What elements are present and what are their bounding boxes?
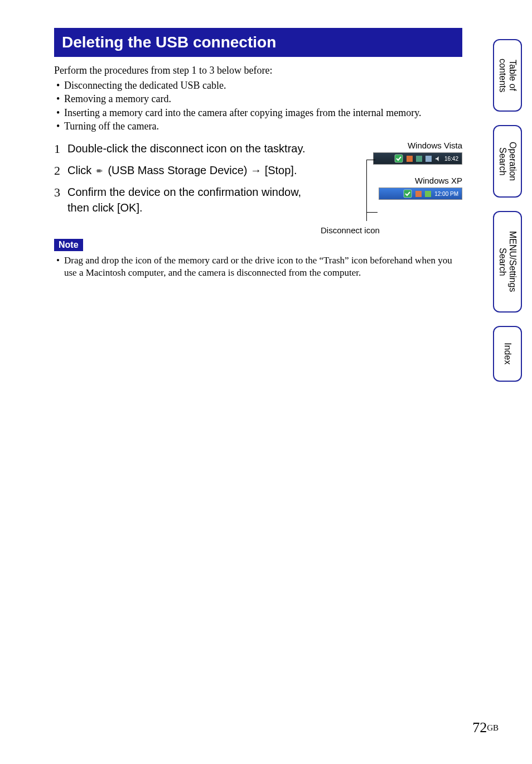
svg-rect-7 [415, 191, 422, 197]
page-title: Deleting the USB connection [54, 28, 462, 57]
tab-table-of-contents[interactable]: Table of contents [493, 39, 522, 112]
xp-label: Windows XP [330, 176, 462, 185]
vista-label: Windows Vista [330, 141, 462, 150]
side-tabs: Table of contents Operation Search MENU/… [493, 39, 522, 382]
tray-icon [416, 156, 422, 162]
tray-icon [425, 191, 431, 197]
step-2: 2 Click (USB Mass Storage Device) → [Sto… [54, 162, 318, 180]
list-item: Drag and drop the icon of the memory car… [54, 254, 462, 279]
tab-label: Operation Search [497, 134, 517, 189]
vista-tasktray: 16:42 [330, 152, 462, 165]
note-badge: Note [54, 239, 83, 251]
page-number: 72 [472, 719, 487, 736]
tab-menu-settings-search[interactable]: MENU/Settings Search [493, 211, 522, 313]
svg-rect-1 [100, 170, 103, 172]
step-3: 3 Confirm the device on the confirmation… [54, 184, 318, 215]
step-number: 3 [54, 184, 67, 215]
note-bullet-list: Drag and drop the icon of the memory car… [54, 254, 462, 279]
svg-rect-8 [425, 191, 431, 197]
list-item: Inserting a memory card into the camera … [54, 106, 462, 119]
leader-line [366, 160, 375, 160]
list-item: Disconnecting the dedicated USB cable. [54, 79, 462, 92]
intro-bullet-list: Disconnecting the dedicated USB cable. R… [54, 79, 462, 133]
step-text: Click (USB Mass Storage Device) → [Stop]… [67, 162, 297, 180]
tab-label: Table of contents [497, 51, 517, 100]
vista-time: 16:42 [444, 156, 458, 162]
disconnect-icon [403, 189, 412, 198]
step2-prefix: Click [67, 164, 95, 176]
intro-text: Perform the procedures from step 1 to 3 … [54, 65, 462, 76]
page-suffix: GB [487, 723, 499, 732]
tray-icon [415, 191, 422, 197]
tab-label: MENU/Settings Search [497, 223, 517, 300]
tray-icon [425, 156, 432, 162]
xp-tasktray: 12:00 PM [330, 188, 462, 200]
svg-rect-6 [404, 190, 412, 198]
xp-time: 12:00 PM [434, 191, 458, 197]
leader-line [366, 212, 378, 213]
tab-operation-search[interactable]: Operation Search [493, 125, 522, 198]
arrow-right-icon: → [250, 164, 262, 176]
step-1: 1 Double-click the disconnect icon on th… [54, 141, 318, 158]
step-text: Double-click the disconnect icon on the … [67, 141, 306, 158]
disconnect-icon-label: Disconnect icon [321, 225, 380, 235]
step-text: Confirm the device on the confirmation w… [67, 184, 318, 215]
page-footer: 72GB [472, 719, 499, 736]
tab-index[interactable]: Index [493, 326, 522, 382]
list-item: Removing a memory card. [54, 92, 462, 105]
step-number: 2 [54, 162, 67, 180]
step2-mid: (USB Mass Storage Device) [108, 164, 250, 176]
volume-icon [435, 156, 441, 162]
disconnect-icon [394, 154, 403, 163]
usb-device-icon [96, 167, 104, 175]
svg-rect-0 [97, 169, 101, 172]
svg-rect-4 [416, 156, 422, 162]
list-item: Turning off the camera. [54, 119, 462, 133]
svg-rect-5 [425, 156, 432, 162]
tab-label: Index [502, 335, 512, 372]
leader-line [366, 160, 367, 212]
illustration-column: Windows Vista 16:42 Windows XP [330, 141, 462, 220]
step-number: 1 [54, 141, 67, 158]
svg-rect-3 [407, 156, 413, 162]
svg-rect-2 [395, 155, 403, 162]
step2-suffix: [Stop]. [265, 164, 297, 176]
leader-line [366, 212, 367, 221]
tray-icon [407, 156, 413, 162]
